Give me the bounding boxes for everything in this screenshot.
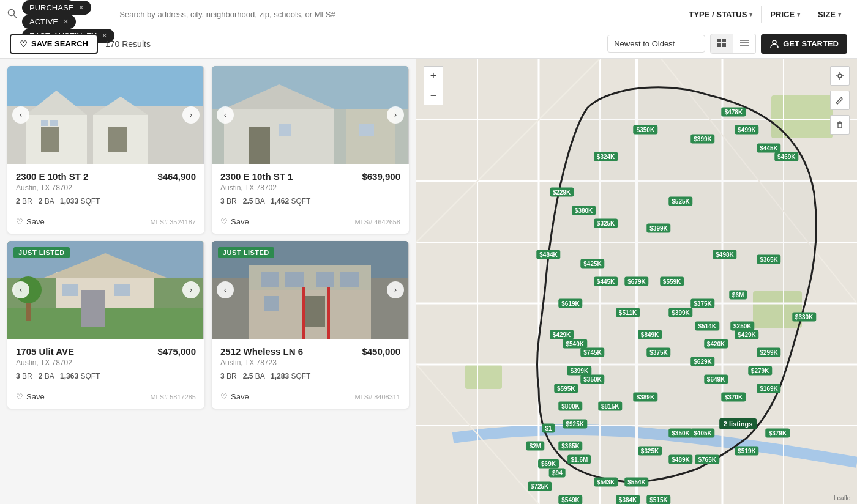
price-pin[interactable]: $350K xyxy=(668,428,692,437)
price-pin[interactable]: $405K xyxy=(690,428,714,437)
card-body: 2300 E 10th ST 1 $639,900 Austin, TX 787… xyxy=(212,164,409,234)
size-dropdown[interactable]: SIZE ▾ xyxy=(809,6,850,23)
price-pin[interactable]: $559K xyxy=(660,277,684,286)
price-pin[interactable]: $399K xyxy=(567,366,591,375)
price-pin[interactable]: $815K xyxy=(598,401,622,410)
price-pin[interactable]: $515K xyxy=(646,495,670,504)
price-pin[interactable]: $543K xyxy=(594,477,618,486)
price-pin[interactable]: $525K xyxy=(668,196,692,206)
price-pin[interactable]: $379K xyxy=(766,428,790,437)
price-pin[interactable]: $469K xyxy=(774,152,798,161)
price-pin[interactable]: $250K xyxy=(730,321,754,330)
map-view-button[interactable] xyxy=(733,34,756,54)
filter-chip-purchase[interactable]: PURCHASE✕ xyxy=(22,1,91,15)
price-pin[interactable]: $370K xyxy=(722,393,746,402)
price-pin[interactable]: $925K xyxy=(563,419,586,428)
next-image-button[interactable]: › xyxy=(182,281,200,298)
filter-chip-active[interactable]: ACTIVE✕ xyxy=(22,15,76,29)
price-pin[interactable]: $765K xyxy=(695,455,719,464)
price-pin[interactable]: $325K xyxy=(594,219,618,228)
save-listing-button[interactable]: ♡ Save xyxy=(220,217,249,226)
price-pin[interactable]: $549K xyxy=(558,495,582,504)
price-pin[interactable]: $725K xyxy=(528,481,552,491)
search-input[interactable] xyxy=(119,10,675,19)
delete-button[interactable] xyxy=(830,115,850,135)
type-status-dropdown[interactable]: TYPE / STATUS ▾ xyxy=(681,6,762,23)
price-pin[interactable]: $445K xyxy=(594,277,618,286)
price-pin[interactable]: $330K xyxy=(792,313,816,322)
prev-image-button[interactable]: ‹ xyxy=(12,106,29,124)
price-pin[interactable]: $595K xyxy=(554,384,578,393)
listing-details: 3 BR 2 BA 1,363 SQFT xyxy=(16,372,196,380)
price-pin[interactable]: $350K xyxy=(634,125,657,135)
price-pin[interactable]: $429K xyxy=(550,330,574,339)
sort-select[interactable]: Newest to Oldest Oldest to Newest Price:… xyxy=(607,35,705,53)
price-pin[interactable]: $399K xyxy=(668,308,692,317)
price-pin[interactable]: $399K xyxy=(646,223,670,232)
price-pin[interactable]: $69K xyxy=(538,459,559,469)
price-dropdown[interactable]: PRICE ▾ xyxy=(762,6,809,23)
price-pin[interactable]: $380K xyxy=(572,206,596,215)
price-pin[interactable]: $484K xyxy=(536,250,560,259)
price-pin[interactable]: $619K xyxy=(558,299,582,308)
price-pin[interactable]: $375K xyxy=(646,348,670,357)
save-listing-button[interactable]: ♡ Save xyxy=(16,392,45,401)
price-pin[interactable]: $350K xyxy=(580,375,604,384)
price-pin[interactable]: $519K xyxy=(735,446,758,455)
price-pin[interactable]: $94 xyxy=(549,469,566,478)
price-pin[interactable]: $399K xyxy=(690,135,714,144)
price-pin[interactable]: $420K xyxy=(704,339,728,348)
price-pin[interactable]: $169K xyxy=(757,384,780,393)
price-pin[interactable]: $324K xyxy=(594,152,618,161)
price-pin[interactable]: $511K xyxy=(616,308,640,317)
location-button[interactable] xyxy=(830,66,850,86)
price-pin[interactable]: $498K xyxy=(713,250,736,259)
save-listing-button[interactable]: ♡ Save xyxy=(220,392,249,401)
price-pin[interactable]: $325K xyxy=(638,446,662,455)
price-pin[interactable]: $649K xyxy=(704,375,728,384)
price-pin[interactable]: $384K xyxy=(616,495,640,504)
get-started-button[interactable]: GET STARTED xyxy=(761,34,847,54)
next-image-button[interactable]: › xyxy=(182,106,200,124)
price-pin[interactable]: $365K xyxy=(757,254,780,264)
price-pin[interactable]: $745K xyxy=(580,348,604,357)
price-pin[interactable]: $849K xyxy=(638,330,662,339)
price-pin[interactable]: $679K xyxy=(624,277,648,286)
price-pin[interactable]: $445K xyxy=(757,143,780,152)
price-pin[interactable]: $229K xyxy=(550,188,574,197)
price-pin[interactable]: $629K xyxy=(690,357,714,366)
map-background[interactable]: + − xyxy=(416,59,857,504)
next-image-button[interactable]: › xyxy=(387,106,404,124)
price-pin[interactable]: $389K xyxy=(634,393,657,402)
price-pin[interactable]: $514K xyxy=(695,321,719,330)
price-pin[interactable]: $554K xyxy=(624,477,648,486)
price-pin[interactable]: $2M xyxy=(526,442,544,451)
save-listing-button[interactable]: ♡ Save xyxy=(16,217,45,226)
price-pin[interactable]: $425K xyxy=(580,259,604,268)
zoom-in-button[interactable]: + xyxy=(424,66,443,86)
price-pin[interactable]: $478K xyxy=(722,108,746,117)
price-pin[interactable]: $1.6M xyxy=(567,455,591,464)
prev-image-button[interactable]: ‹ xyxy=(217,106,234,124)
price-pin[interactable]: $499K xyxy=(735,125,758,135)
price-pin[interactable]: 2 listings xyxy=(719,418,757,429)
price-pin[interactable]: $6M xyxy=(729,290,747,299)
edit-button[interactable] xyxy=(830,91,850,110)
svg-rect-20 xyxy=(50,120,58,126)
price-pin[interactable]: $489K xyxy=(668,455,692,464)
price-pin[interactable]: $375K xyxy=(690,299,714,308)
price-pin[interactable]: $800K xyxy=(558,401,582,410)
zoom-out-button[interactable]: − xyxy=(424,86,443,105)
price-pin[interactable]: $429K xyxy=(735,330,758,339)
prev-image-button[interactable]: ‹ xyxy=(217,281,234,298)
grid-view-button[interactable] xyxy=(710,34,733,54)
price-pin[interactable]: $299K xyxy=(757,348,780,357)
next-image-button[interactable]: › xyxy=(387,281,404,298)
save-search-button[interactable]: ♡ SAVE SEARCH xyxy=(10,34,98,54)
prev-image-button[interactable]: ‹ xyxy=(12,281,29,298)
price-pin[interactable]: $540K xyxy=(563,339,586,348)
price-pin[interactable]: $279K xyxy=(748,366,772,375)
svg-rect-27 xyxy=(279,124,291,136)
price-pin[interactable]: $365K xyxy=(558,442,582,451)
price-pin[interactable]: $1 xyxy=(542,424,555,433)
